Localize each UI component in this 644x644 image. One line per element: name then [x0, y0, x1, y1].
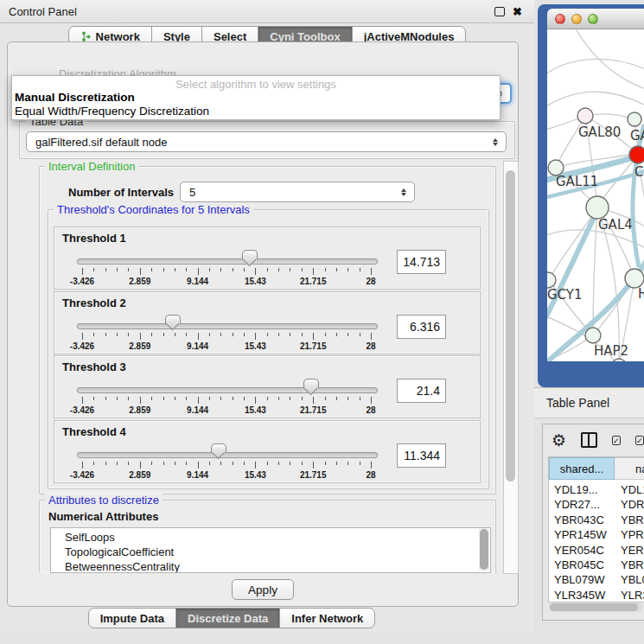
node-label: GA	[630, 128, 644, 143]
panel-scrollbar[interactable]	[503, 161, 519, 574]
zoom-traffic-light-icon[interactable]	[588, 14, 598, 24]
network-node-c[interactable]	[629, 146, 644, 163]
node-label: C	[634, 164, 643, 180]
table-row-name[interactable]: YLR3	[621, 589, 644, 602]
table-row-shared-name[interactable]: YDL19...	[554, 483, 598, 496]
table-horizontal-scrollbar-thumb[interactable]	[550, 603, 638, 611]
control-panel-window: Control Panel ✖ NetworkStyleSelectCyni T…	[0, 0, 534, 632]
node-label: GAL4	[598, 217, 633, 233]
node-label: GAL11	[556, 174, 598, 189]
attributes-title: Attributes to discretize	[45, 494, 163, 507]
numerical-attributes-list[interactable]: SelfLoopsTopologicalCoefficientBetweenne…	[50, 527, 491, 573]
table-row-shared-name[interactable]: YBL079W	[554, 573, 605, 586]
panel-title: Control Panel	[9, 5, 494, 18]
network-canvas[interactable]: GAL80GACGAL11GAL4GCY1HHAP2	[547, 29, 644, 361]
interval-definition-title: Interval Definition	[45, 160, 138, 173]
tab-label: Infer Network	[291, 612, 363, 625]
table-row-name[interactable]: YER0	[621, 544, 644, 557]
table-panel-header: Table Panel	[534, 387, 644, 418]
gear-icon[interactable]: ⚙	[552, 432, 566, 449]
apply-button[interactable]: Apply	[232, 579, 294, 600]
table-row-name[interactable]: YBR0	[621, 558, 644, 571]
tab-discretize-data[interactable]: Discretize Data	[175, 608, 280, 628]
table-panel-title: Table Panel	[546, 396, 609, 410]
list-scrollbar[interactable]	[479, 528, 489, 571]
algorithm-dropdown-popup: Select algorithm to view settings Manual…	[11, 75, 501, 120]
table-row-name[interactable]: YDL1	[621, 483, 644, 496]
table-row-name[interactable]: YPR1	[621, 528, 644, 541]
node-label: GAL80	[578, 124, 621, 140]
thresholds-title: Threshold's Coordinates for 5 Intervals	[54, 203, 253, 216]
panel-scrollbar-thumb[interactable]	[506, 170, 515, 481]
table-row-shared-name[interactable]: YPR145W	[554, 528, 607, 541]
float-window-icon[interactable]	[494, 7, 505, 16]
network-node-hap2[interactable]	[585, 328, 601, 343]
node-label: H	[638, 286, 644, 302]
numerical-attributes-heading: Numerical Attributes	[45, 510, 162, 523]
table-horizontal-scrollbar[interactable]	[549, 603, 643, 612]
list-scrollbar-thumb[interactable]	[480, 529, 488, 570]
dropdown-option-manual[interactable]: Manual Discretization	[15, 91, 500, 105]
tab-impute-data[interactable]: Impute Data	[88, 608, 176, 628]
threshold-slider-thumb[interactable]	[242, 250, 258, 259]
combo-stepper-icon[interactable]	[489, 138, 501, 146]
tab-label: Impute Data	[100, 612, 164, 625]
threshold-slider-thumb[interactable]	[303, 379, 319, 388]
table-row-name[interactable]: YBR0	[621, 513, 644, 526]
node-label: HAP2	[594, 343, 628, 359]
tab-label: Discretize Data	[188, 612, 268, 625]
attribute-list-item[interactable]: TopologicalCoefficient	[65, 545, 174, 558]
close-icon[interactable]: ✖	[513, 6, 522, 17]
threshold-slider-thumb[interactable]	[211, 443, 226, 453]
table-row-shared-name[interactable]: YER054C	[554, 544, 604, 557]
threshold-slider-thumb[interactable]	[165, 315, 181, 324]
table-row-shared-name[interactable]: YDR27...	[554, 498, 600, 511]
tab-infer-network[interactable]: Infer Network	[279, 608, 375, 628]
number-of-intervals-combobox[interactable]: 5	[180, 182, 415, 202]
bottom-tab-bar: Impute DataDiscretize DataInfer Network	[24, 608, 439, 628]
attribute-list-item[interactable]: SelfLoops	[65, 531, 115, 544]
checkbox-icon[interactable]: ✓	[635, 436, 644, 445]
minimize-traffic-light-icon[interactable]	[571, 14, 582, 24]
node-table: shared... na YDL19...YDL1YDR27...YDR2YBR…	[548, 456, 644, 603]
network-window: GAL80GACGAL11GAL4GCY1HHAP2	[538, 4, 644, 387]
column-header-shared-name[interactable]: shared...	[549, 457, 615, 480]
attribute-list-item[interactable]: BetweennessCentrality	[65, 560, 180, 573]
network-node-gal80[interactable]	[577, 108, 593, 124]
table-row-shared-name[interactable]: YBR045C	[554, 558, 604, 571]
network-node-gcy1[interactable]	[547, 272, 556, 288]
thresholds-group	[48, 209, 489, 489]
column-split-icon[interactable]	[581, 432, 597, 448]
network-node-ga[interactable]	[628, 112, 641, 126]
table-data-combobox[interactable]: galFiltered.sif default node	[26, 131, 507, 152]
network-window-titlebar	[547, 9, 644, 29]
network-node-gal4[interactable]	[586, 196, 609, 219]
checkbox-icon[interactable]: ✓	[612, 436, 621, 445]
table-row-name[interactable]: YDR2	[621, 498, 644, 511]
table-row-shared-name[interactable]: YLR345W	[554, 589, 605, 602]
dropdown-placeholder: Select algorithm to view settings	[12, 78, 500, 91]
dropdown-option-equal-width[interactable]: Equal Width/Frequency Discretization	[15, 105, 500, 118]
table-row-shared-name[interactable]: YBR043C	[554, 513, 604, 526]
table-panel-toolbar: ⚙ ✓ ✓	[542, 427, 644, 453]
node-label: GCY1	[547, 287, 583, 303]
column-header-name[interactable]: na	[615, 457, 644, 480]
control-panel-titlebar: Control Panel ✖	[0, 0, 534, 23]
table-row-name[interactable]: YBL0	[621, 573, 644, 586]
number-of-intervals-label: Number of Intervals	[65, 186, 177, 199]
network-icon	[80, 31, 92, 42]
network-node-h[interactable]	[625, 269, 644, 288]
close-traffic-light-icon[interactable]	[555, 14, 565, 24]
combo-stepper-icon[interactable]	[398, 188, 410, 196]
